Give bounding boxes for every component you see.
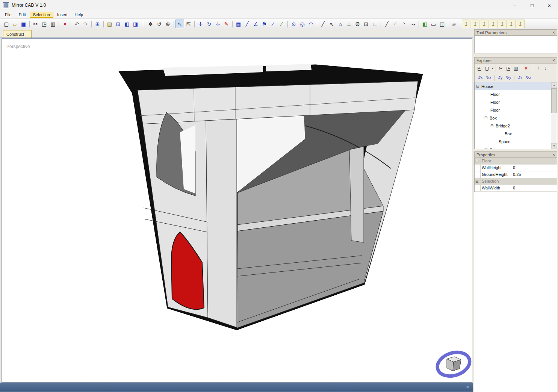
copy-button[interactable]: ◳: [40, 20, 48, 28]
scale-button[interactable]: ⊹: [213, 20, 222, 28]
tool-parameters-close-icon[interactable]: ×: [552, 30, 555, 35]
marker-button[interactable]: ✎: [222, 20, 231, 28]
expander-icon[interactable]: ⊟: [484, 147, 489, 149]
tree-item-box[interactable]: ⊟ Box: [475, 114, 557, 122]
minimize-button[interactable]: –: [506, 0, 523, 11]
elevation-1-button[interactable]: ↥: [462, 20, 470, 28]
fill-color-button[interactable]: ◧: [420, 20, 429, 28]
frame-button[interactable]: ▭: [429, 20, 438, 28]
corner-button[interactable]: ∟: [370, 20, 379, 28]
menu-help[interactable]: Help: [71, 12, 86, 18]
tree-scrollbar[interactable]: ▲ ▼: [551, 82, 557, 149]
rotate-z-cw-button[interactable]: ↻z: [524, 74, 533, 82]
elevation-5-button[interactable]: ↥: [498, 20, 507, 28]
rotate-y-cw-button[interactable]: ↻y: [504, 74, 513, 82]
viewport-canvas[interactable]: Perspective: [2, 38, 472, 383]
arc-button[interactable]: ◠: [307, 20, 315, 28]
rotate-y-ccw-button[interactable]: ↺y: [496, 74, 504, 82]
save-button[interactable]: ▣: [19, 20, 28, 28]
tree-item-box-clipped[interactable]: ⊟ Box: [475, 145, 557, 149]
elevation-3-button[interactable]: ↥: [480, 20, 488, 28]
tree-item-box[interactable]: Box: [475, 130, 557, 138]
rotate-x-cw-button[interactable]: ↻x: [484, 74, 493, 82]
redo-button[interactable]: ↷: [81, 20, 90, 28]
menu-file[interactable]: File: [2, 12, 15, 18]
angle-button[interactable]: ∠: [251, 20, 260, 28]
scroll-thumb[interactable]: [551, 88, 557, 113]
group-expander-icon[interactable]: ⊟: [475, 158, 481, 164]
select-button[interactable]: ↖: [175, 20, 184, 28]
explorer-close-icon[interactable]: ×: [552, 58, 555, 63]
box-front-button[interactable]: ◧: [122, 20, 131, 28]
box-solid-button[interactable]: ▧: [105, 20, 114, 28]
perpendicular-button[interactable]: ⊥: [345, 20, 353, 28]
property-group-floor[interactable]: ⊟ Floor: [475, 158, 557, 165]
tree-item-bridge2[interactable]: ⊟ Bridge2: [475, 122, 557, 130]
grid-button[interactable]: ⊞: [93, 20, 102, 28]
navigation-orb[interactable]: [434, 348, 472, 380]
rotate-button[interactable]: ↻: [205, 20, 213, 28]
box-wireframe-button[interactable]: ⊡: [114, 20, 122, 28]
tree-item-house[interactable]: ⊟ House: [475, 82, 557, 90]
elevation-7-button[interactable]: ↥: [516, 20, 525, 28]
survey-point-button[interactable]: ⚑: [260, 20, 269, 28]
scroll-down-icon[interactable]: ▼: [551, 143, 557, 149]
polygon-button[interactable]: ⌂: [336, 20, 345, 28]
close-button[interactable]: ×: [541, 0, 558, 11]
box-back-button[interactable]: ◨: [131, 20, 140, 28]
elevation-6-button[interactable]: ↥: [507, 20, 516, 28]
rotate-z-ccw-button[interactable]: ↺z: [516, 74, 524, 82]
view-window-button[interactable]: ◰: [476, 65, 483, 72]
tree-item-floor[interactable]: Floor: [475, 98, 557, 106]
hatch-green-button[interactable]: ⁄: [277, 20, 286, 28]
menu-insert[interactable]: Insert: [54, 12, 71, 18]
mesh-button[interactable]: ▦: [234, 20, 243, 28]
rotate-x-ccw-button[interactable]: ↺x: [476, 74, 484, 82]
property-value[interactable]: 0.25: [511, 171, 557, 178]
property-value[interactable]: 0: [511, 165, 557, 171]
select-box-button[interactable]: ⇱: [184, 20, 193, 28]
undo-button[interactable]: ↶: [73, 20, 81, 28]
line-button[interactable]: ╱: [243, 20, 251, 28]
menu-selection[interactable]: Selection: [30, 12, 53, 18]
curve-button[interactable]: ↝: [408, 20, 417, 28]
move-down-button[interactable]: ↓: [542, 65, 549, 72]
elevation-2-button[interactable]: ↥: [471, 20, 479, 28]
explorer-delete-button[interactable]: ×: [522, 65, 530, 72]
arc-left-button[interactable]: ◜: [391, 20, 400, 28]
polyline-button[interactable]: ∿: [327, 20, 336, 28]
column-button[interactable]: ◫: [438, 20, 446, 28]
elevation-4-button[interactable]: ↥: [489, 20, 498, 28]
new-button[interactable]: ▢: [2, 20, 11, 28]
eraser-button[interactable]: ▰: [450, 20, 458, 28]
tab-construct[interactable]: Construct: [3, 30, 32, 38]
new-item-button[interactable]: ▢: [483, 65, 491, 72]
property-group-selection[interactable]: ⊟ Selection: [475, 178, 557, 185]
line-free-button[interactable]: ╱: [383, 20, 391, 28]
circle-center-button[interactable]: ⊙: [289, 20, 298, 28]
menu-edit[interactable]: Edit: [15, 12, 29, 18]
group-expander-icon[interactable]: ⊟: [475, 178, 481, 185]
rect-point-button[interactable]: ⊡: [362, 20, 370, 28]
arc-right-button[interactable]: ◝: [400, 20, 408, 28]
new-item-dropdown[interactable]: ▾: [491, 65, 494, 72]
move-button[interactable]: ✛: [196, 20, 205, 28]
pan-button[interactable]: ✥: [146, 20, 155, 28]
tree-item-floor[interactable]: Floor: [475, 106, 557, 114]
orbit-button[interactable]: ↺: [155, 20, 163, 28]
cut-button[interactable]: ✂: [31, 20, 40, 28]
circle-button[interactable]: ◎: [298, 20, 307, 28]
paste-button[interactable]: ▥: [48, 20, 57, 28]
expander-icon[interactable]: ⊟: [490, 124, 495, 128]
maximize-button[interactable]: □: [523, 0, 541, 11]
properties-close-icon[interactable]: ×: [552, 152, 555, 157]
property-value[interactable]: 0: [511, 185, 557, 191]
status-close-icon[interactable]: ×: [466, 384, 469, 390]
scroll-up-icon[interactable]: ▲: [551, 82, 557, 88]
expander-icon[interactable]: ⊟: [476, 84, 481, 88]
tree-item-space[interactable]: Space: [475, 138, 557, 145]
tree-item-floor[interactable]: Floor: [475, 90, 557, 98]
line-segment-button[interactable]: ╱: [319, 20, 327, 28]
explorer-cut-button[interactable]: ✂: [497, 65, 505, 72]
explorer-paste-button[interactable]: ▥: [512, 65, 520, 72]
